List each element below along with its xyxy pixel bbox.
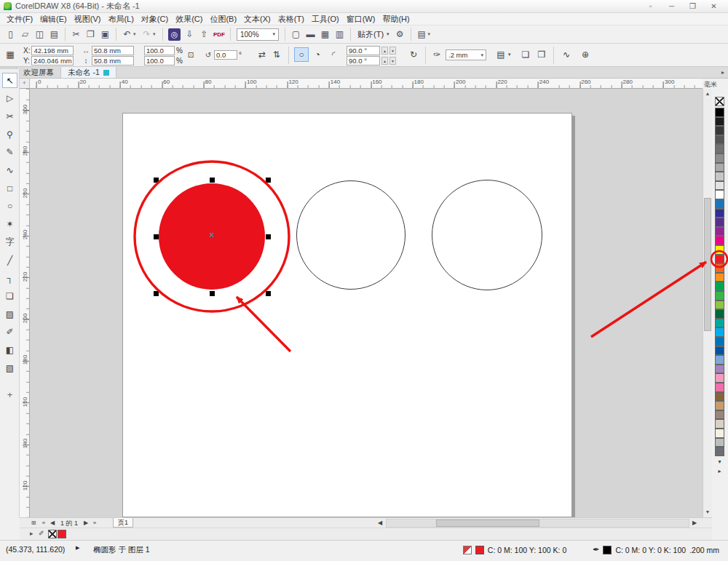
show-rulers-button[interactable]: ▬ bbox=[304, 28, 317, 41]
horizontal-ruler[interactable]: 0204060801001201401601802002202402602803… bbox=[30, 79, 703, 89]
change-direction-button[interactable]: ↻ bbox=[406, 47, 421, 62]
open-document-button[interactable]: ▱ bbox=[18, 28, 32, 41]
palette-swatch-14[interactable] bbox=[715, 236, 724, 245]
palette-swatch-35[interactable] bbox=[715, 429, 724, 438]
fill-color-swatch[interactable] bbox=[475, 546, 484, 554]
new-document-button[interactable]: ▯ bbox=[4, 28, 17, 41]
scroll-right-icon[interactable]: ▶ bbox=[690, 519, 699, 528]
doc-palette-flyout-icon[interactable]: ▸ bbox=[30, 530, 33, 537]
tab-welcome[interactable]: 欢迎屏幕 bbox=[17, 67, 61, 78]
vertical-scrollbar-thumb[interactable] bbox=[704, 198, 711, 331]
shape-tool[interactable]: ▷ bbox=[2, 91, 17, 106]
tab-scroll-right-icon[interactable]: ▸ bbox=[718, 67, 728, 78]
palette-swatch-36[interactable] bbox=[715, 438, 724, 447]
palette-swatch-2[interactable] bbox=[715, 126, 724, 135]
undo-button[interactable]: ↶ bbox=[120, 28, 134, 41]
parallel-dimension-tool[interactable]: ╱ bbox=[2, 252, 17, 268]
stepper-up-icon[interactable]: ▲ bbox=[381, 57, 388, 65]
to-back-button[interactable]: ❐ bbox=[534, 47, 549, 62]
palette-swatch-37[interactable] bbox=[715, 447, 724, 456]
search-content-button[interactable]: ◎ bbox=[168, 28, 181, 41]
tab-document[interactable]: 未命名 -1 bbox=[61, 67, 116, 78]
palette-swatch-4[interactable] bbox=[715, 144, 724, 154]
stepper-up-icon[interactable]: ▲ bbox=[381, 47, 388, 55]
redo-button-dropdown-icon[interactable]: ▾ bbox=[153, 31, 159, 37]
polygon-tool[interactable]: ✶ bbox=[2, 217, 17, 232]
palette-swatch-19[interactable] bbox=[715, 282, 724, 291]
save-document-button[interactable]: ◫ bbox=[33, 28, 47, 41]
selection-handle[interactable] bbox=[266, 234, 271, 239]
copy-button[interactable]: ❐ bbox=[84, 28, 98, 41]
lock-ratio-icon[interactable]: ⊡ bbox=[183, 47, 198, 62]
palette-swatch-3[interactable] bbox=[715, 135, 724, 145]
palette-swatch-34[interactable] bbox=[715, 419, 724, 429]
horizontal-scrollbar-thumb[interactable] bbox=[436, 520, 539, 527]
outline-color-swatch[interactable] bbox=[603, 546, 612, 554]
selection-handle[interactable] bbox=[154, 178, 159, 183]
pie-start-angle-input[interactable]: 90.0 ° bbox=[347, 46, 380, 55]
scroll-left-icon[interactable]: ◀ bbox=[376, 519, 384, 528]
palette-swatch-1[interactable] bbox=[715, 117, 724, 127]
palette-swatch-24[interactable] bbox=[715, 327, 724, 337]
rotation-input[interactable]: 0.0 bbox=[214, 50, 237, 60]
menu-item-6[interactable]: 效果(C) bbox=[172, 13, 206, 25]
drop-shadow-tool[interactable]: ❏ bbox=[2, 288, 17, 303]
palette-swatch-30[interactable] bbox=[715, 383, 724, 392]
palette-swatch-7[interactable] bbox=[715, 172, 724, 181]
palette-swatch-17[interactable] bbox=[715, 263, 724, 273]
selection-handle[interactable] bbox=[154, 291, 159, 296]
ellipse-object-2[interactable] bbox=[296, 180, 405, 290]
page[interactable] bbox=[122, 113, 572, 517]
selection-handle[interactable] bbox=[266, 291, 271, 296]
menu-item-10[interactable]: 工具(O) bbox=[308, 13, 343, 25]
palette-swatch-10[interactable] bbox=[715, 199, 724, 209]
options-button[interactable]: ⚙ bbox=[393, 28, 407, 41]
palette-swatch-29[interactable] bbox=[715, 373, 724, 383]
cut-button[interactable]: ✂ bbox=[69, 28, 83, 41]
palette-swatch-20[interactable] bbox=[715, 291, 724, 301]
mirror-horizontal-button[interactable]: ⇄ bbox=[255, 47, 269, 62]
close-button[interactable]: ✕ bbox=[709, 2, 719, 10]
publish-pdf-button[interactable]: PDF bbox=[212, 28, 226, 41]
palette-no-color-swatch[interactable] bbox=[715, 97, 724, 106]
print-button[interactable]: ▤ bbox=[47, 28, 61, 41]
palette-swatch-0[interactable] bbox=[715, 108, 724, 117]
undo-button-dropdown-icon[interactable]: ▾ bbox=[133, 31, 139, 37]
palette-swatch-16-red-highlighted[interactable] bbox=[715, 255, 724, 264]
vertical-scrollbar[interactable]: ▲ ▼ bbox=[703, 89, 712, 517]
doc-palette-no-color-swatch[interactable] bbox=[48, 530, 57, 538]
selection-handle[interactable] bbox=[210, 178, 215, 183]
object-width-input[interactable]: 50.8 mm bbox=[92, 46, 134, 55]
previous-page-button[interactable]: ◀ bbox=[48, 519, 57, 528]
menu-item-4[interactable]: 布局(L) bbox=[104, 13, 137, 25]
show-grid-button[interactable]: ▦ bbox=[318, 28, 332, 41]
application-launcher-dropdown[interactable]: ▤ bbox=[415, 28, 429, 41]
menu-item-2[interactable]: 编辑(E) bbox=[36, 13, 71, 25]
ruler-origin-button[interactable]: + bbox=[20, 79, 30, 89]
palette-swatch-25[interactable] bbox=[715, 337, 724, 346]
selection-handle[interactable] bbox=[266, 178, 271, 183]
palette-scroll-down-icon[interactable]: ▾ bbox=[715, 458, 724, 465]
palette-swatch-21[interactable] bbox=[715, 301, 724, 310]
mirror-vertical-button[interactable]: ⇅ bbox=[269, 47, 284, 62]
palette-swatch-27[interactable] bbox=[715, 355, 724, 365]
menu-item-9[interactable]: 表格(T) bbox=[274, 13, 308, 25]
menu-item-7[interactable]: 位图(B) bbox=[206, 13, 240, 25]
arc-mode-button[interactable]: ◜ bbox=[326, 47, 341, 62]
palette-swatch-31[interactable] bbox=[715, 392, 724, 402]
show-guidelines-button[interactable]: ▥ bbox=[333, 28, 347, 41]
text-tool[interactable]: 字 bbox=[2, 234, 17, 250]
transparency-tool[interactable]: ▨ bbox=[2, 306, 17, 322]
wrap-text-dropdown-icon[interactable]: ▾ bbox=[508, 52, 511, 57]
selection-handle[interactable] bbox=[154, 234, 159, 239]
outline-width-select[interactable]: .2 mm ▾ bbox=[446, 49, 486, 60]
rectangle-tool[interactable]: □ bbox=[2, 180, 17, 196]
menu-item-3[interactable]: 视图(V) bbox=[71, 13, 105, 25]
scroll-down-icon[interactable]: ▼ bbox=[703, 507, 712, 517]
scroll-up-icon[interactable]: ▲ bbox=[703, 89, 712, 98]
minimize-button[interactable]: ─ bbox=[667, 2, 676, 10]
stepper-down-icon[interactable]: ▼ bbox=[389, 57, 396, 65]
freehand-tool[interactable]: ✎ bbox=[2, 145, 17, 160]
zoom-level-select[interactable]: 100%▾ bbox=[237, 28, 279, 41]
crop-tool[interactable]: ✂ bbox=[2, 108, 17, 124]
